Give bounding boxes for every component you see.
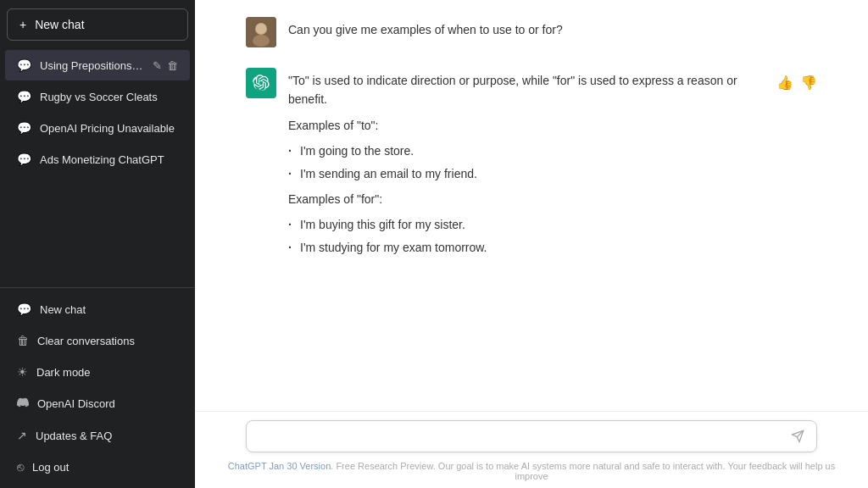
chat-item-label: Ads Monetizing ChatGPT — [40, 153, 178, 166]
svg-point-3 — [256, 24, 266, 34]
trash-icon: 🗑 — [17, 334, 29, 347]
sidebar-item-label: Updates & FAQ — [36, 430, 112, 442]
gpt-avatar — [246, 68, 276, 98]
input-box — [246, 420, 817, 452]
sidebar-item-updates-faq[interactable]: ↗ Updates & FAQ — [5, 420, 190, 451]
sidebar-item-new-chat-2[interactable]: 💬 New chat — [5, 294, 190, 324]
sidebar-item-label: Clear conversations — [37, 335, 135, 347]
external-link-icon: ↗ — [17, 429, 27, 442]
for-examples-list: I'm buying this gift for my sister. I'm … — [288, 215, 765, 257]
footer: ChatGPT Jan 30 Version. Free Research Pr… — [195, 458, 868, 488]
chat-list: 💬 Using Prepositions In S ✎ 🗑 💬 Rugby vs… — [0, 49, 195, 287]
sidebar-item-log-out[interactable]: ⎋ Log out — [5, 452, 190, 482]
footer-link[interactable]: ChatGPT Jan 30 Version — [228, 461, 331, 471]
footer-description: . Free Research Preview. Our goal is to … — [331, 461, 835, 481]
sidebar-item-openai-pricing[interactable]: 💬 OpenAI Pricing Unavailable — [5, 113, 190, 143]
user-face — [246, 17, 276, 47]
sidebar-item-openai-discord[interactable]: OpenAI Discord — [5, 388, 190, 419]
main-content: Can you give me examples of when to use … — [195, 0, 868, 488]
sidebar-bottom: 💬 New chat 🗑 Clear conversations ☀ Dark … — [0, 287, 195, 488]
gpt-message: "To" is used to indicate direction or pu… — [246, 68, 817, 263]
gpt-message-content: "To" is used to indicate direction or pu… — [288, 68, 765, 263]
chat-icon: 💬 — [17, 152, 31, 166]
user-message-content: Can you give me examples of when to use … — [288, 17, 817, 46]
chat-item-label: OpenAI Pricing Unavailable — [40, 122, 178, 135]
sidebar-item-clear-conversations[interactable]: 🗑 Clear conversations — [5, 325, 190, 356]
sun-icon: ☀ — [17, 365, 28, 379]
delete-icon[interactable]: 🗑 — [167, 59, 178, 72]
new-chat-label: New chat — [35, 18, 84, 31]
for-example-1: I'm buying this gift for my sister. — [288, 215, 765, 234]
chat-item-label: Using Prepositions In S — [40, 59, 144, 72]
sidebar-item-label: OpenAI Discord — [37, 397, 115, 410]
chat-input[interactable] — [259, 430, 784, 443]
for-example-2: I'm studying for my exam tomorrow. — [288, 238, 765, 257]
to-example-1: I'm going to the store. — [288, 141, 765, 160]
chat-icon: 💬 — [17, 90, 31, 103]
user-avatar — [246, 17, 276, 47]
chat-icon: 💬 — [17, 58, 31, 72]
chat-item-actions: ✎ 🗑 — [153, 59, 178, 72]
input-area — [195, 411, 868, 458]
sidebar-item-using-prepositions[interactable]: 💬 Using Prepositions In S ✎ 🗑 — [5, 50, 190, 80]
send-button[interactable] — [791, 430, 804, 443]
logout-icon: ⎋ — [17, 460, 24, 474]
discord-icon — [17, 396, 29, 411]
to-header: Examples of "to": — [288, 116, 765, 135]
chat-item-label: Rugby vs Soccer Cleats — [40, 91, 178, 103]
chat-icon: 💬 — [17, 121, 31, 135]
sidebar-item-label: New chat — [40, 303, 86, 316]
sidebar: + New chat 💬 Using Prepositions In S ✎ 🗑… — [0, 0, 195, 488]
svg-point-2 — [253, 35, 270, 47]
thumbs-down-icon[interactable]: 👎 — [800, 75, 817, 91]
sidebar-item-ads-monetizing[interactable]: 💬 Ads Monetizing ChatGPT — [5, 144, 190, 175]
plus-icon: + — [19, 18, 26, 31]
sidebar-item-label: Log out — [32, 461, 69, 474]
chat-area: Can you give me examples of when to use … — [195, 0, 868, 411]
gpt-message-actions: 👍 👎 — [776, 71, 817, 91]
user-message-text: Can you give me examples of when to use … — [288, 20, 817, 39]
sidebar-item-rugby-vs-soccer[interactable]: 💬 Rugby vs Soccer Cleats — [5, 81, 190, 112]
user-message: Can you give me examples of when to use … — [246, 17, 817, 47]
new-chat-button[interactable]: + New chat — [7, 8, 188, 41]
to-examples-list: I'm going to the store. I'm sending an e… — [288, 141, 765, 183]
thumbs-up-icon[interactable]: 👍 — [776, 75, 793, 91]
gpt-intro-text: "To" is used to indicate direction or pu… — [288, 71, 765, 109]
edit-icon[interactable]: ✎ — [153, 59, 162, 72]
to-example-2: I'm sending an email to my friend. — [288, 164, 765, 183]
sidebar-item-label: Dark mode — [36, 366, 91, 379]
chat-icon-2: 💬 — [17, 302, 31, 316]
for-header: Examples of "for": — [288, 190, 765, 208]
sidebar-item-dark-mode[interactable]: ☀ Dark mode — [5, 357, 190, 387]
